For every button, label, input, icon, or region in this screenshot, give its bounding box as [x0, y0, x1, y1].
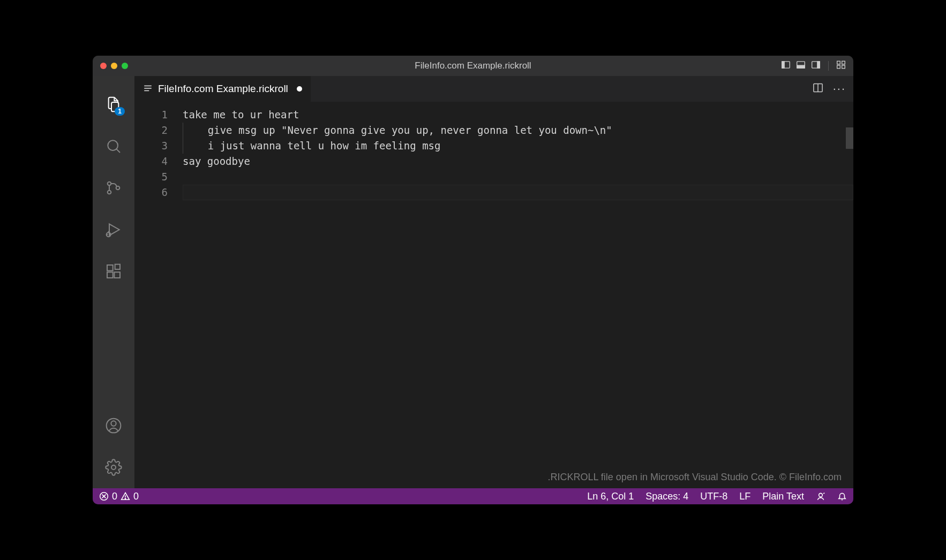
toggle-secondary-sidebar-icon[interactable] [811, 60, 821, 72]
titlebar[interactable]: FileInfo.com Example.rickroll [93, 56, 853, 76]
split-editor-icon[interactable] [813, 82, 823, 95]
line-number: 5 [134, 169, 168, 185]
status-problems[interactable]: 0 0 [99, 491, 139, 502]
activity-settings-icon[interactable] [93, 447, 134, 488]
body-area: 1 [93, 76, 853, 488]
watermark-caption: .RICKROLL file open in Microsoft Visual … [547, 472, 842, 483]
explorer-badge: 1 [115, 107, 125, 116]
svg-rect-23 [115, 264, 120, 269]
svg-point-36 [125, 498, 125, 499]
svg-point-37 [819, 493, 823, 497]
code-line[interactable]: i just wanna tell u how im feeling msg [183, 138, 853, 154]
active-line-highlight [183, 185, 853, 200]
line-number: 6 [134, 185, 168, 200]
code-view[interactable]: take me to ur heart give msg up "Never g… [183, 102, 853, 488]
activity-run-debug-icon[interactable] [93, 209, 134, 251]
code-line[interactable]: take me to ur heart [183, 107, 853, 123]
editor-content[interactable]: 123456 take me to ur heart give msg up "… [134, 102, 853, 488]
svg-rect-5 [817, 62, 820, 68]
scrollbar-thumb[interactable] [846, 127, 853, 149]
svg-point-25 [111, 421, 116, 426]
svg-point-14 [116, 186, 120, 190]
svg-rect-3 [797, 65, 805, 68]
titlebar-separator [828, 61, 829, 71]
code-text: say goodbye [183, 155, 250, 167]
svg-rect-9 [842, 65, 845, 69]
status-indentation[interactable]: Spaces: 4 [645, 491, 688, 502]
tab-bar: FileInfo.com Example.rickroll ··· [134, 76, 853, 102]
editor-actions: ··· [805, 76, 853, 102]
file-lines-icon [143, 84, 153, 94]
vscode-window: FileInfo.com Example.rickroll 1 [93, 56, 853, 504]
status-notifications-icon[interactable] [837, 491, 847, 501]
svg-rect-21 [107, 272, 113, 278]
customize-layout-icon[interactable] [836, 60, 846, 72]
svg-point-26 [111, 465, 116, 470]
activity-accounts-icon[interactable] [93, 405, 134, 447]
svg-line-11 [116, 149, 120, 153]
status-feedback-icon[interactable] [816, 491, 825, 501]
line-number: 4 [134, 154, 168, 169]
activity-source-control-icon[interactable] [93, 167, 134, 209]
status-language-mode[interactable]: Plain Text [762, 491, 804, 502]
toggle-panel-icon[interactable] [796, 60, 806, 72]
svg-rect-6 [837, 61, 840, 64]
code-text: take me to ur heart [183, 109, 299, 120]
editor-tab[interactable]: FileInfo.com Example.rickroll [134, 76, 311, 102]
status-eol[interactable]: LF [739, 491, 750, 502]
window-close-button[interactable] [100, 63, 107, 69]
line-number: 3 [134, 138, 168, 154]
svg-rect-22 [114, 272, 120, 278]
tab-label: FileInfo.com Example.rickroll [158, 83, 288, 95]
code-line[interactable]: give msg up "Never gonna give you up, ne… [183, 123, 853, 138]
activity-extensions-icon[interactable] [93, 251, 134, 292]
code-line[interactable] [183, 169, 853, 185]
activity-explorer-icon[interactable]: 1 [93, 84, 134, 125]
svg-rect-1 [782, 62, 785, 68]
tab-dirty-indicator-icon[interactable] [297, 86, 302, 92]
window-maximize-button[interactable] [122, 63, 128, 69]
svg-rect-20 [107, 265, 113, 271]
window-title: FileInfo.com Example.rickroll [415, 60, 531, 71]
error-icon [99, 491, 109, 501]
code-line[interactable]: say goodbye [183, 154, 853, 169]
code-text: give msg up "Never gonna give you up, ne… [208, 124, 612, 136]
status-cursor-position[interactable]: Ln 6, Col 1 [587, 491, 634, 502]
line-number: 1 [134, 107, 168, 123]
traffic-lights [100, 63, 128, 69]
svg-rect-7 [842, 61, 845, 64]
status-errors-count: 0 [112, 491, 117, 502]
window-minimize-button[interactable] [111, 63, 117, 69]
toggle-primary-sidebar-icon[interactable] [781, 60, 791, 72]
status-encoding[interactable]: UTF-8 [700, 491, 727, 502]
editor-area: FileInfo.com Example.rickroll ··· 123456… [134, 76, 853, 488]
titlebar-layout-controls [781, 60, 846, 72]
activity-search-icon[interactable] [93, 125, 134, 167]
activity-bar: 1 [93, 76, 134, 488]
code-text: i just wanna tell u how im feeling msg [208, 140, 441, 152]
more-actions-icon[interactable]: ··· [833, 83, 846, 95]
svg-rect-8 [837, 65, 840, 69]
svg-point-12 [108, 182, 111, 186]
status-bar: 0 0 Ln 6, Col 1 Spaces: 4 UTF-8 LF Plain… [93, 488, 853, 504]
warning-icon [121, 491, 130, 501]
line-number: 2 [134, 123, 168, 138]
svg-point-10 [108, 140, 118, 150]
svg-point-13 [108, 191, 111, 194]
line-number-gutter: 123456 [134, 102, 183, 488]
status-warnings-count: 0 [133, 491, 139, 502]
